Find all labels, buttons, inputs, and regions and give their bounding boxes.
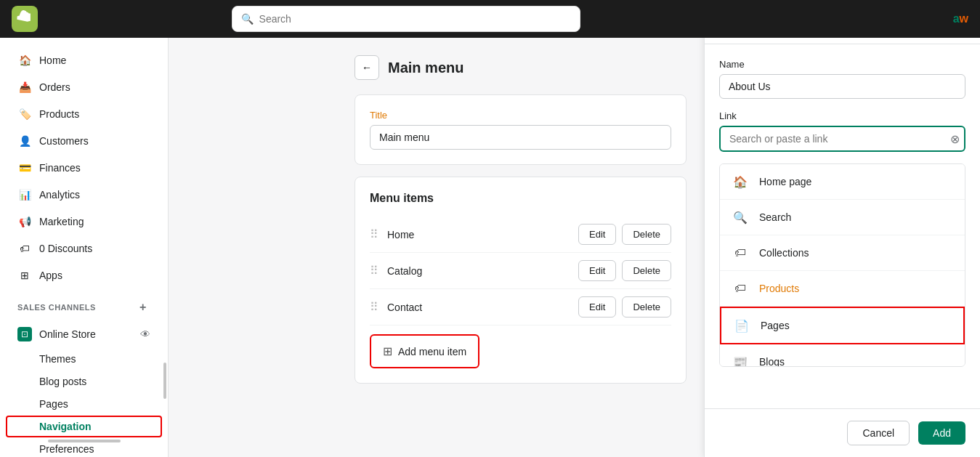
sidebar-item-discounts[interactable]: 🏷 0 Discounts xyxy=(6,235,162,262)
blog-posts-label: Blog posts xyxy=(39,376,86,387)
edit-button[interactable]: Edit xyxy=(578,296,616,318)
page-title: Main menu xyxy=(388,60,463,76)
sidebar-item-label: Apps xyxy=(39,270,62,281)
drag-handle-icon[interactable]: ⠿ xyxy=(370,300,378,314)
list-item[interactable]: 🏷 Products xyxy=(720,271,965,307)
table-row: ⠿ Home Edit Delete xyxy=(370,217,671,253)
table-row: ⠿ Contact Edit Delete xyxy=(370,289,671,325)
table-row: ⠿ Catalog Edit Delete xyxy=(370,253,671,289)
panel-footer: Cancel Add xyxy=(705,408,980,457)
edit-button[interactable]: Edit xyxy=(578,260,616,281)
sidebar-item-label: Analytics xyxy=(39,189,80,201)
discounts-icon: 🏷 xyxy=(17,241,32,256)
pages-icon: 📄 xyxy=(732,315,752,336)
orders-icon: 📥 xyxy=(17,80,32,94)
link-clear-button[interactable]: ⊗ xyxy=(950,132,960,146)
delete-button[interactable]: Delete xyxy=(622,296,671,318)
apps-icon: ⊞ xyxy=(17,268,32,283)
search-icon: 🔍 xyxy=(241,13,254,25)
drag-handle-icon[interactable]: ⠿ xyxy=(370,264,378,278)
drag-handle-icon[interactable]: ⠿ xyxy=(370,227,378,241)
menu-item-label: Catalog xyxy=(387,265,572,277)
sidebar-sub-item-navigation[interactable]: Navigation xyxy=(7,417,161,436)
sidebar-item-products[interactable]: 🏷️ Products xyxy=(6,101,162,127)
finances-icon: 💳 xyxy=(17,161,32,175)
add-menu-item-label: Add menu item xyxy=(398,346,466,357)
themes-label: Themes xyxy=(39,353,76,365)
add-menu-item-button[interactable]: ⊞ Add menu item xyxy=(371,336,478,367)
sidebar: 🏠 Home 📥 Orders 🏷️ Products 👤 Customers … xyxy=(0,0,169,457)
pages-label: Pages xyxy=(39,398,68,410)
eye-icon: 👁 xyxy=(140,328,150,340)
customers-icon: 👤 xyxy=(17,134,32,148)
add-menu-item-panel: Add menu item ✕ Name Link ⊗ 🏠 Home page xyxy=(704,0,980,457)
add-icon: ⊞ xyxy=(383,344,392,358)
online-store-label: Online Store xyxy=(39,328,140,340)
sidebar-sub-item-themes[interactable]: Themes xyxy=(6,348,162,370)
sidebar-sub-item-blog-posts[interactable]: Blog posts xyxy=(6,371,162,392)
suggestion-label: Search xyxy=(759,211,791,223)
title-card: Title xyxy=(355,94,687,165)
link-input[interactable] xyxy=(719,126,965,152)
list-item[interactable]: 📄 Pages xyxy=(720,307,965,344)
user-avatar[interactable]: aw xyxy=(953,12,968,25)
sidebar-item-home[interactable]: 🏠 Home xyxy=(6,47,162,73)
sidebar-item-label: Finances xyxy=(39,162,81,174)
home-page-icon: 🏠 xyxy=(730,171,750,192)
title-field-label: Title xyxy=(370,110,671,121)
marketing-icon: 📢 xyxy=(17,214,32,229)
sidebar-item-label: Products xyxy=(39,108,79,120)
products-icon: 🏷️ xyxy=(17,107,32,121)
sidebar-item-online-store[interactable]: ⊡ Online Store 👁 xyxy=(6,321,162,347)
add-sales-channel-button[interactable]: + xyxy=(136,300,150,315)
add-button[interactable]: Add xyxy=(918,421,965,445)
sidebar-item-analytics[interactable]: 📊 Analytics xyxy=(6,182,162,208)
online-store-icon: ⊡ xyxy=(17,327,32,341)
navigation-label: Navigation xyxy=(39,421,92,432)
collections-icon: 🏷 xyxy=(730,243,750,263)
name-field: Name xyxy=(719,59,965,99)
back-button[interactable]: ← xyxy=(355,55,379,80)
sidebar-item-marketing[interactable]: 📢 Marketing xyxy=(6,209,162,235)
menu-item-label: Home xyxy=(387,229,572,240)
list-item[interactable]: 📰 Blogs xyxy=(720,344,965,367)
link-field: Link ⊗ xyxy=(719,110,965,152)
suggestion-label: Home page xyxy=(759,176,811,187)
horizontal-scrollbar[interactable] xyxy=(48,440,121,442)
menu-items-heading: Menu items xyxy=(370,192,671,205)
sidebar-item-finances[interactable]: 💳 Finances xyxy=(6,155,162,181)
sidebar-item-apps[interactable]: ⊞ Apps xyxy=(6,262,162,288)
blogs-icon: 📰 xyxy=(730,352,750,367)
menu-items-card: Menu items ⠿ Home Edit Delete ⠿ Catalog … xyxy=(355,177,687,384)
sidebar-item-label: Orders xyxy=(39,81,70,93)
sidebar-sub-item-pages[interactable]: Pages xyxy=(6,393,162,415)
delete-button[interactable]: Delete xyxy=(622,260,671,281)
search-input[interactable] xyxy=(259,13,571,25)
cancel-button[interactable]: Cancel xyxy=(847,421,910,445)
panel-body: Name Link ⊗ 🏠 Home page 🔍 Search xyxy=(705,44,980,408)
list-item[interactable]: 🏷 Collections xyxy=(720,235,965,271)
analytics-icon: 📊 xyxy=(17,187,32,202)
link-suggestions-list: 🏠 Home page 🔍 Search 🏷 Collections 🏷 Pro… xyxy=(719,163,965,367)
edit-button[interactable]: Edit xyxy=(578,224,616,245)
list-item[interactable]: 🏠 Home page xyxy=(720,164,965,200)
sidebar-item-customers[interactable]: 👤 Customers xyxy=(6,128,162,154)
suggestion-label: Pages xyxy=(761,320,790,331)
sidebar-item-label: Home xyxy=(39,54,66,66)
suggestion-label: Blogs xyxy=(759,356,785,367)
main-content: ← Main menu Title Menu items ⠿ Home Edit… xyxy=(337,0,704,457)
list-item[interactable]: 🔍 Search xyxy=(720,200,965,235)
link-input-wrapper: ⊗ xyxy=(719,126,965,152)
preferences-label: Preferences xyxy=(39,443,94,455)
sidebar-item-orders[interactable]: 📥 Orders xyxy=(6,74,162,100)
products-suggestion-icon: 🏷 xyxy=(730,278,750,299)
sidebar-item-label: Customers xyxy=(39,135,89,147)
suggestion-label: Collections xyxy=(759,247,809,259)
link-field-label: Link xyxy=(719,110,965,121)
name-input[interactable] xyxy=(719,74,965,99)
menu-item-label: Contact xyxy=(387,302,572,313)
delete-button[interactable]: Delete xyxy=(622,224,671,245)
sidebar-item-label: Marketing xyxy=(39,216,84,227)
search-bar[interactable]: 🔍 xyxy=(232,6,580,32)
title-input[interactable] xyxy=(370,125,671,150)
